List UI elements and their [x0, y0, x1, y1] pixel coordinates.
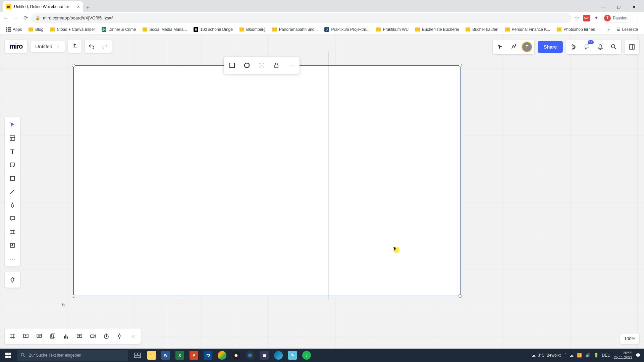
- resize-handle-br[interactable]: [459, 294, 462, 298]
- volume-icon[interactable]: 🔊: [585, 353, 590, 358]
- reload-button[interactable]: ⟳: [23, 15, 28, 21]
- new-tab-button[interactable]: +: [83, 3, 93, 12]
- tray-expand-icon[interactable]: ˄: [564, 353, 566, 358]
- settings-icon[interactable]: [568, 41, 580, 53]
- obs-icon[interactable]: ◉: [229, 349, 243, 362]
- cards-icon[interactable]: [46, 330, 59, 343]
- bookmark-item[interactable]: Bücherliste Bücherei: [413, 26, 462, 33]
- browser-menu-icon[interactable]: ⋮: [635, 15, 641, 21]
- close-tab-icon[interactable]: ×: [77, 4, 80, 9]
- more-tools[interactable]: ⋯: [6, 252, 19, 265]
- app-icon[interactable]: ▤: [258, 349, 271, 362]
- close-window-button[interactable]: ✕: [626, 2, 641, 12]
- wifi-icon[interactable]: 📶: [577, 353, 582, 358]
- timer-icon[interactable]: [100, 330, 113, 343]
- word-icon[interactable]: W: [159, 349, 172, 362]
- user-avatar[interactable]: T: [521, 41, 533, 53]
- comment-tool[interactable]: [6, 212, 19, 225]
- start-button[interactable]: [0, 349, 16, 362]
- shape-tool[interactable]: [6, 172, 19, 185]
- resize-handle-tr[interactable]: [459, 64, 462, 67]
- board-title-box[interactable]: Untitled ☆: [31, 41, 65, 52]
- bookmark-item[interactable]: JPraktikum Projektm...: [322, 26, 372, 33]
- voting-icon[interactable]: [60, 330, 72, 343]
- chat-icon[interactable]: [33, 330, 46, 343]
- chrome-icon[interactable]: [215, 349, 229, 362]
- screen-share-icon[interactable]: [73, 330, 86, 343]
- apps-tool[interactable]: [6, 274, 19, 286]
- bookmark-item[interactable]: Bücher kaufen: [463, 26, 501, 33]
- notifications-icon[interactable]: [594, 41, 606, 53]
- bookmark-item[interactable]: 24Dinner & Crime: [99, 26, 139, 33]
- sticky-note-tool[interactable]: [6, 159, 19, 171]
- text-tool[interactable]: [6, 145, 19, 158]
- undo-button[interactable]: [85, 40, 98, 53]
- bookmark-item[interactable]: Panoramabahn und...: [270, 26, 320, 33]
- bookmarks-overflow-icon[interactable]: »: [607, 27, 610, 32]
- line-tool[interactable]: [6, 185, 19, 198]
- minimize-button[interactable]: —: [596, 2, 611, 12]
- video-icon[interactable]: [87, 330, 99, 343]
- spotify-icon[interactable]: ♪: [300, 349, 313, 362]
- share-button[interactable]: Share: [538, 41, 563, 53]
- abp-extension-icon[interactable]: ABP: [583, 15, 590, 21]
- comments-icon[interactable]: 14: [581, 41, 593, 53]
- bookmark-item[interactable]: Praktikum WU: [373, 26, 411, 33]
- url-field[interactable]: 🔒 miro.com/app/board/uXjVOf85Hzs=/: [31, 13, 571, 23]
- reading-list-button[interactable]: ☰ Leseliste: [614, 26, 641, 33]
- zoom-level[interactable]: 100%: [620, 334, 639, 344]
- more-options-button[interactable]: ⋯: [285, 59, 298, 72]
- canvas[interactable]: ↻ ⋯: [0, 35, 644, 349]
- edge-icon[interactable]: [272, 349, 285, 362]
- onedrive-icon[interactable]: ☁: [570, 353, 574, 358]
- reactions-icon[interactable]: [507, 41, 520, 53]
- bookmark-item[interactable]: B100 schöne Dinge: [191, 26, 235, 33]
- calendar-icon[interactable]: 73: [201, 349, 215, 362]
- bookmark-star-icon[interactable]: ☆: [575, 15, 579, 21]
- border-style-button[interactable]: [226, 59, 238, 72]
- browser-tab[interactable]: m Untitled, Online Whiteboard for ×: [3, 1, 83, 12]
- app-icon[interactable]: 🔵: [244, 349, 257, 362]
- activity-panel-icon[interactable]: [626, 41, 638, 53]
- divider-line[interactable]: [328, 52, 328, 300]
- excel-icon[interactable]: X: [173, 349, 186, 362]
- weather-widget[interactable]: ☁ 3°C Bewölkt: [532, 353, 560, 358]
- select-tool[interactable]: [6, 118, 19, 131]
- file-explorer-icon[interactable]: 📁: [145, 349, 158, 362]
- lock-button[interactable]: [270, 59, 283, 72]
- resize-handle-bl[interactable]: [72, 294, 75, 298]
- activities-icon[interactable]: [113, 330, 126, 343]
- upload-tool[interactable]: [6, 239, 19, 252]
- frame-tool[interactable]: [6, 226, 19, 238]
- divider-line[interactable]: [178, 52, 178, 300]
- selected-frame[interactable]: ↻: [73, 65, 461, 296]
- presentation-icon[interactable]: [19, 330, 32, 343]
- bookmark-item[interactable]: Cload + Canva Bilder: [47, 26, 98, 33]
- frames-panel-icon[interactable]: [6, 330, 19, 343]
- collapse-toolbar-icon[interactable]: ‹‹: [127, 330, 140, 343]
- profile-button[interactable]: T Pausiert: [602, 14, 631, 22]
- battery-icon[interactable]: 🔋: [594, 353, 599, 358]
- cursor-mode-icon[interactable]: [494, 41, 506, 53]
- export-button[interactable]: [68, 40, 82, 53]
- bookmark-item[interactable]: Personal Finance K...: [502, 26, 553, 33]
- language-indicator[interactable]: DEU: [602, 353, 610, 358]
- bookmark-item[interactable]: Blog: [26, 26, 46, 33]
- bookmark-item[interactable]: Photoshop lernen: [554, 26, 598, 33]
- clock[interactable]: 20:55 25.11.2021: [614, 351, 632, 360]
- task-view-icon[interactable]: [131, 349, 144, 362]
- extensions-icon[interactable]: ✦: [594, 15, 598, 21]
- redo-button[interactable]: [98, 40, 112, 53]
- bookmark-item[interactable]: Bloomberg: [237, 26, 268, 33]
- maximize-button[interactable]: ▢: [611, 2, 626, 12]
- pen-tool[interactable]: [6, 199, 19, 212]
- fill-color-button[interactable]: [255, 59, 268, 72]
- resize-handle-tl[interactable]: [72, 64, 75, 67]
- miro-logo[interactable]: miro: [5, 40, 27, 53]
- notepad-icon[interactable]: ✎: [286, 349, 299, 362]
- taskbar-search[interactable]: Zur Suche Text hier eingeben: [17, 350, 128, 361]
- powerpoint-icon[interactable]: P: [187, 349, 201, 362]
- search-icon[interactable]: [608, 41, 620, 53]
- bookmark-item[interactable]: Social Media Mana...: [140, 26, 190, 33]
- apps-button[interactable]: Apps: [3, 26, 24, 33]
